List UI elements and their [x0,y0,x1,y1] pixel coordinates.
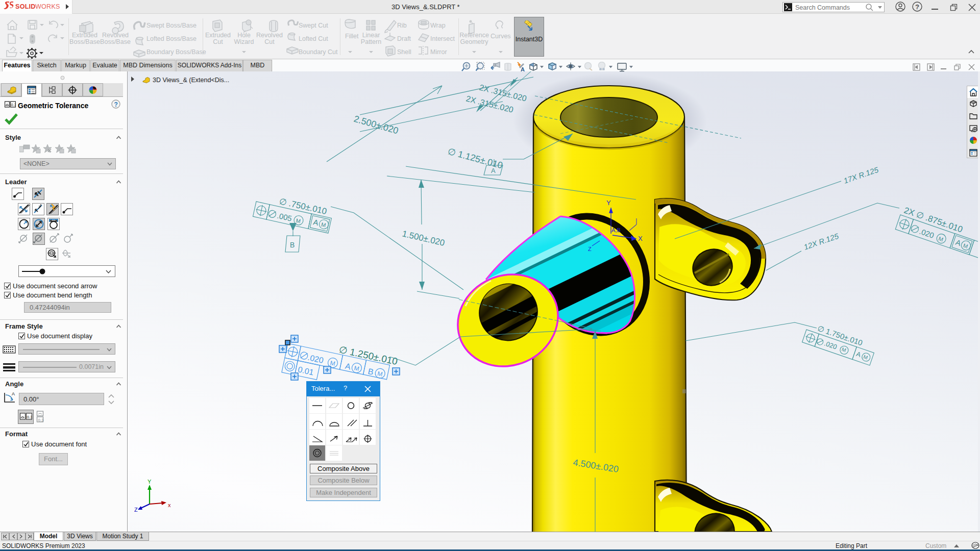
svg-text:Y: Y [606,199,611,207]
svg-text:WORKS: WORKS [35,3,60,10]
svg-text:X: X [638,235,643,242]
svg-text:Z: Z [588,246,592,252]
svg-text:?: ? [915,3,919,11]
svg-text:M: M [377,370,383,378]
svg-text:x: x [168,502,171,508]
svg-text:12X R.125: 12X R.125 [802,231,840,251]
svg-text:.005: .005 [276,211,292,223]
svg-text:B: B [367,367,374,377]
svg-text:0.3: 0.3 [38,418,44,422]
svg-text:A: A [312,217,319,227]
svg-text:0.01: 0.01 [297,365,314,377]
svg-text:A: A [491,167,496,174]
svg-text:?: ? [114,101,118,108]
svg-text:A: A [521,66,525,72]
svg-text:M: M [938,235,944,242]
svg-text:17X R.125: 17X R.125 [842,165,879,185]
svg-text:M: M [353,364,360,372]
svg-text:2.500±.020: 2.500±.020 [353,114,400,136]
svg-text:M: M [841,346,847,353]
svg-text:M: M [962,242,969,249]
svg-text:0.3: 0.3 [11,103,16,107]
svg-text:Z: Z [134,507,138,513]
svg-text:B: B [290,241,295,249]
svg-text:A: A [855,350,862,359]
svg-text:.020: .020 [823,339,838,350]
svg-text:1.500±.020: 1.500±.020 [401,229,446,248]
svg-text:SOLID: SOLID [15,3,36,10]
svg-text:Search Commands: Search Commands [795,4,850,11]
svg-text:A: A [954,238,962,247]
svg-text:0.3: 0.3 [27,415,33,419]
svg-text:A,B: A,B [611,227,621,233]
svg-text:Y: Y [148,479,152,485]
svg-text:M: M [321,221,327,229]
svg-text:A: A [345,362,352,371]
svg-text:A: A [12,391,15,396]
svg-text:M: M [863,354,868,361]
svg-text:3D Views_& (Extend<Dis...: 3D Views_& (Extend<Dis... [153,77,229,84]
